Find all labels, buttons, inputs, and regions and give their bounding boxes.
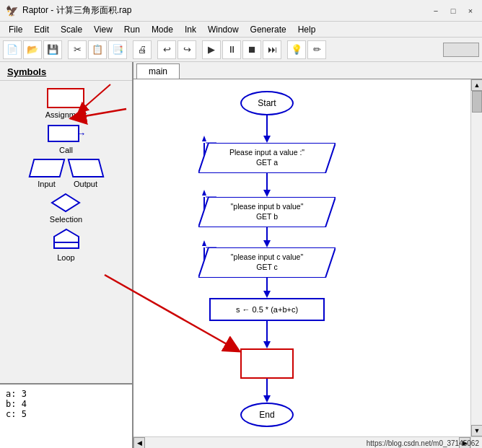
flowchart-inner: Start Please input a value :"GET a — [133, 79, 470, 436]
selection-shape — [51, 193, 81, 213]
toolbar: 📄 📂 💾 ✂ 📋 📑 🖨 ↩ ↪ ▶ ⏸ ⏹ ⏭ 💡 ✏ — [0, 38, 482, 62]
redo-button[interactable]: ↪ — [178, 40, 196, 59]
svg-marker-7 — [263, 190, 271, 197]
svg-marker-5 — [263, 136, 271, 143]
scroll-up-button[interactable]: ▲ — [471, 79, 482, 91]
edit-button[interactable]: ✏ — [307, 40, 326, 59]
print-button[interactable]: 🖨 — [133, 40, 152, 59]
assignment-label: Assignment — [45, 110, 87, 119]
symbol-loop[interactable]: Loop — [51, 228, 82, 262]
symbol-assignment[interactable]: Assignment — [45, 88, 87, 119]
menu-item-file[interactable]: File — [3, 23, 28, 36]
cut-button[interactable]: ✂ — [68, 40, 87, 59]
svg-marker-9 — [263, 240, 271, 247]
svg-marker-24 — [202, 240, 206, 246]
menu-item-window[interactable]: Window — [202, 23, 245, 36]
titlebar: 🦅 Raptor - 计算三角形面积.rap − □ × — [0, 0, 482, 22]
title-text: Raptor - 计算三角形面积.rap — [22, 4, 430, 17]
stop-button[interactable]: ⏹ — [242, 40, 261, 59]
node-calc: s ← 0.5 * (a+b+c) — [209, 298, 325, 321]
new-button[interactable]: 📄 — [3, 40, 22, 59]
symbol-call[interactable]: → Call — [46, 123, 87, 154]
svg-marker-13 — [263, 341, 271, 348]
open-button[interactable]: 📂 — [23, 40, 42, 59]
flowchart: Start Please input a value :"GET a — [133, 79, 470, 436]
menubar: FileEditScaleViewRunModeInkWindowGenerat… — [0, 22, 482, 38]
paste-button[interactable]: 📑 — [108, 40, 127, 59]
call-label: Call — [59, 146, 73, 154]
loop-label: Loop — [57, 253, 74, 262]
svg-marker-11 — [263, 291, 271, 298]
window-controls: − □ × — [430, 5, 476, 17]
console-line-3: c: 5 — [6, 409, 126, 419]
copy-button[interactable]: 📋 — [88, 40, 107, 59]
step-button[interactable]: ⏭ — [263, 40, 281, 59]
assignment-shape — [47, 88, 84, 108]
app-icon: 🦅 — [6, 5, 18, 17]
menu-item-scale[interactable]: Scale — [55, 23, 88, 36]
call-shape: → — [46, 123, 87, 144]
vscroll[interactable]: ▲ ▼ — [470, 79, 482, 436]
undo-button[interactable]: ↩ — [157, 40, 176, 59]
svg-marker-21 — [202, 190, 206, 196]
menu-item-edit[interactable]: Edit — [28, 23, 55, 36]
console-line-1: a: 3 — [6, 389, 126, 399]
selection-label: Selection — [50, 215, 82, 224]
node-input-b: "please input b value"GET b — [198, 197, 336, 227]
svg-marker-1 — [52, 194, 79, 211]
tab-strip: main — [133, 62, 482, 79]
scroll-left-button[interactable]: ◀ — [133, 437, 145, 449]
pause-button[interactable]: ⏸ — [222, 40, 241, 59]
svg-marker-2 — [54, 229, 79, 248]
output-shape — [67, 159, 104, 177]
svg-marker-18 — [202, 136, 206, 141]
input-output-row: Input Output — [31, 159, 102, 188]
vscroll-thumb[interactable] — [472, 91, 482, 113]
menu-item-help[interactable]: Help — [292, 23, 322, 36]
node-input-a: Please input a value :"GET a — [198, 143, 336, 173]
node-start: Start — [240, 91, 294, 115]
symbols-panel: Symbols — [0, 62, 132, 383]
input-label: Input — [38, 180, 55, 188]
symbol-output[interactable]: Output — [70, 159, 102, 188]
menu-item-generate[interactable]: Generate — [245, 23, 292, 36]
watch-button[interactable]: 💡 — [287, 40, 306, 59]
output-label: Output — [74, 180, 97, 188]
loop-shape — [51, 228, 82, 251]
menu-item-run[interactable]: Run — [118, 23, 146, 36]
scroll-down-button[interactable]: ▼ — [471, 425, 482, 436]
symbols-header: Symbols — [0, 62, 132, 81]
console-line-2: b: 4 — [6, 399, 126, 409]
svg-marker-15 — [263, 395, 271, 403]
symbol-selection[interactable]: Selection — [50, 193, 82, 224]
tab-main[interactable]: main — [136, 63, 180, 79]
node-output-s — [240, 348, 294, 379]
left-panel: Symbols — [0, 62, 133, 448]
menu-item-ink[interactable]: Ink — [179, 23, 202, 36]
run-button[interactable]: ▶ — [202, 40, 221, 59]
statusbar: https://blog.csdn.net/m0_37145062 — [364, 439, 482, 448]
menu-item-view[interactable]: View — [88, 23, 118, 36]
menu-item-mode[interactable]: Mode — [146, 23, 179, 36]
minimize-button[interactable]: − — [430, 5, 442, 17]
console-panel: a: 3 b: 4 c: 5 — [0, 383, 133, 448]
symbols-grid: Assignment → Call Input — [0, 81, 132, 269]
main-area: Symbols — [0, 62, 482, 448]
close-button[interactable]: × — [465, 5, 476, 17]
canvas-area: main — [133, 62, 482, 448]
node-end: End — [240, 403, 294, 427]
vscroll-track[interactable] — [471, 91, 482, 425]
save-button[interactable]: 💾 — [43, 40, 62, 59]
node-input-c: "please input c value"GET c — [198, 247, 336, 278]
maximize-button[interactable]: □ — [447, 5, 459, 17]
input-shape — [28, 159, 65, 177]
symbol-input[interactable]: Input — [31, 159, 63, 188]
